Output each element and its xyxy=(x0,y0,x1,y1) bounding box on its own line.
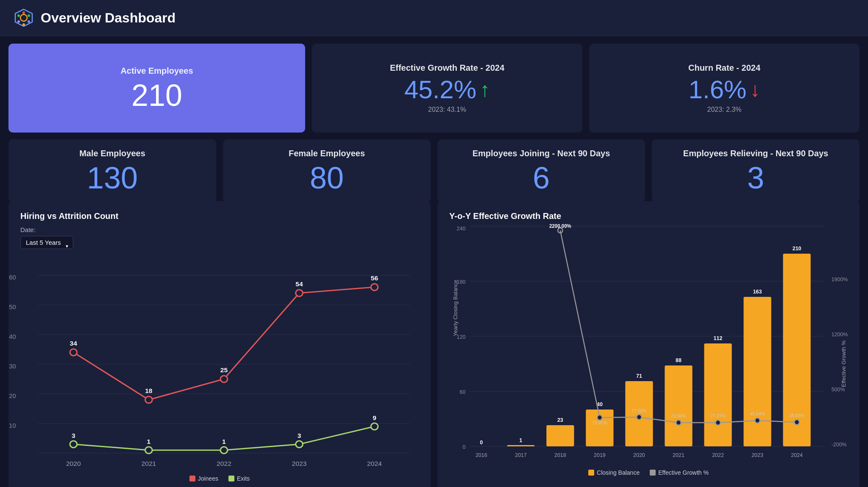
svg-text:2024: 2024 xyxy=(367,460,382,467)
svg-text:Yearly Closing Balance: Yearly Closing Balance xyxy=(452,280,459,336)
svg-point-1 xyxy=(20,14,27,21)
active-employees-card: Active Employees 210 xyxy=(8,44,305,133)
svg-text:240: 240 xyxy=(457,225,466,232)
svg-text:1: 1 xyxy=(519,437,522,443)
svg-point-84 xyxy=(715,420,721,425)
svg-text:2021: 2021 xyxy=(673,452,684,458)
hiring-attrition-chart-card: Hiring vs Attrition Count Date: Last 5 Y… xyxy=(8,201,431,487)
churn-down-arrow: ↓ xyxy=(750,80,760,100)
svg-point-3 xyxy=(28,14,30,17)
svg-point-40 xyxy=(371,423,378,430)
employees-relieving-label: Employees Relieving - Next 90 Days xyxy=(683,149,828,158)
employees-joining-value: 6 xyxy=(533,163,550,193)
female-employees-card: Female Employees 80 xyxy=(223,139,431,202)
effective-growth-rate-sub: 2023: 43.1% xyxy=(428,106,466,113)
svg-point-4 xyxy=(28,20,30,23)
svg-text:2023: 2023 xyxy=(292,460,307,467)
svg-point-36 xyxy=(70,441,77,448)
svg-text:10: 10 xyxy=(9,422,16,429)
svg-text:3: 3 xyxy=(72,432,75,439)
svg-text:1: 1 xyxy=(222,438,226,445)
effective-growth-legend-label: Effective Growth % xyxy=(658,469,709,476)
svg-text:0: 0 xyxy=(462,444,465,450)
hiring-chart-title: Hiring vs Attrition Count xyxy=(20,211,419,221)
line-chart-legend: Joinees Exits xyxy=(20,475,419,482)
svg-text:Effective Growth %: Effective Growth % xyxy=(840,340,847,387)
svg-rect-62 xyxy=(546,425,574,446)
line-chart-svg: 10 20 30 40 50 60 2020 2021 2022 2023 xyxy=(20,263,419,470)
svg-text:2022: 2022 xyxy=(712,452,724,458)
date-select-wrapper[interactable]: Last 5 Years Last 3 Years Last Year xyxy=(20,236,73,256)
svg-text:20: 20 xyxy=(9,393,16,399)
svg-text:25: 25 xyxy=(220,366,228,374)
svg-text:50: 50 xyxy=(9,304,16,310)
female-employees-label: Female Employees xyxy=(289,149,365,158)
date-filter-label: Date: xyxy=(20,226,419,233)
svg-text:2020: 2020 xyxy=(66,460,81,467)
svg-text:2200.00%: 2200.00% xyxy=(549,223,571,229)
svg-rect-61 xyxy=(507,445,534,446)
svg-text:56: 56 xyxy=(371,274,378,282)
header: Overview Dashboard xyxy=(0,0,868,36)
effective-growth-rate-card: Effective Growth Rate - 2024 45.2% ↑ 202… xyxy=(312,44,582,133)
svg-point-86 xyxy=(794,420,799,425)
male-employees-label: Male Employees xyxy=(79,149,145,158)
svg-rect-66 xyxy=(704,343,732,446)
svg-text:73.91%: 73.91% xyxy=(592,420,607,425)
joinees-legend-dot xyxy=(189,476,195,481)
svg-text:28.83%: 28.83% xyxy=(789,413,804,418)
female-employees-value: 80 xyxy=(310,163,344,193)
svg-text:2024: 2024 xyxy=(791,452,803,458)
svg-text:210: 210 xyxy=(793,245,801,252)
growth-chart-title: Y-o-Y Effective Growth Rate xyxy=(449,211,848,221)
logo-icon xyxy=(14,8,34,28)
exits-legend-item: Exits xyxy=(228,475,250,482)
exits-legend-dot xyxy=(228,476,234,481)
svg-rect-67 xyxy=(743,297,771,446)
effective-growth-rate-label: Effective Growth Rate - 2024 xyxy=(390,63,504,73)
svg-rect-65 xyxy=(665,365,692,446)
employees-joining-label: Employees Joining - Next 90 Days xyxy=(473,149,610,158)
churn-rate-card: Churn Rate - 2024 1.6% ↓ 2023: 2.3% xyxy=(589,44,860,133)
svg-point-37 xyxy=(145,447,153,454)
svg-text:71: 71 xyxy=(636,373,642,379)
svg-text:163: 163 xyxy=(753,288,762,295)
svg-text:112: 112 xyxy=(714,335,723,341)
svg-text:2018: 2018 xyxy=(554,452,566,458)
svg-point-83 xyxy=(676,420,681,425)
svg-text:60: 60 xyxy=(9,274,16,281)
svg-point-30 xyxy=(371,284,378,291)
svg-text:2020: 2020 xyxy=(633,452,645,458)
svg-point-85 xyxy=(755,418,760,423)
bottom-row: Hiring vs Attrition Count Date: Last 5 Y… xyxy=(8,201,860,487)
svg-text:2019: 2019 xyxy=(594,452,606,458)
churn-rate-value: 1.6% ↓ xyxy=(689,77,760,102)
closing-balance-legend-item: Closing Balance xyxy=(588,469,640,476)
top-row: Active Employees 210 Effective Growth Ra… xyxy=(8,44,860,133)
svg-text:-200%: -200% xyxy=(832,441,847,448)
date-select[interactable]: Last 5 Years Last 3 Years Last Year xyxy=(20,236,73,249)
svg-text:2022: 2022 xyxy=(217,460,231,467)
svg-text:18: 18 xyxy=(145,387,153,394)
svg-text:34: 34 xyxy=(70,340,78,347)
joinees-legend-item: Joinees xyxy=(189,475,218,482)
mid-row: Male Employees 130 Female Employees 80 E… xyxy=(8,139,860,194)
svg-text:77.50%: 77.50% xyxy=(632,408,647,413)
svg-text:0: 0 xyxy=(480,439,483,445)
svg-text:2021: 2021 xyxy=(141,460,156,467)
svg-rect-64 xyxy=(625,381,653,446)
svg-point-38 xyxy=(220,447,228,454)
churn-rate-sub: 2023: 2.3% xyxy=(707,106,742,113)
svg-text:54: 54 xyxy=(295,280,303,288)
active-employees-value: 210 xyxy=(131,80,182,111)
active-employees-label: Active Employees xyxy=(120,66,193,76)
closing-balance-legend-dot xyxy=(588,470,594,476)
employees-relieving-card: Employees Relieving - Next 90 Days 3 xyxy=(652,139,860,202)
svg-text:2016: 2016 xyxy=(476,452,487,458)
joinees-legend-label: Joinees xyxy=(198,475,218,482)
svg-text:9: 9 xyxy=(373,414,376,421)
bar-chart-svg: 0 60 120 180 240 -200% 500% 1200% 1900% xyxy=(449,226,848,472)
svg-text:30: 30 xyxy=(9,363,16,370)
svg-point-29 xyxy=(296,290,303,296)
male-employees-card: Male Employees 130 xyxy=(8,139,216,202)
